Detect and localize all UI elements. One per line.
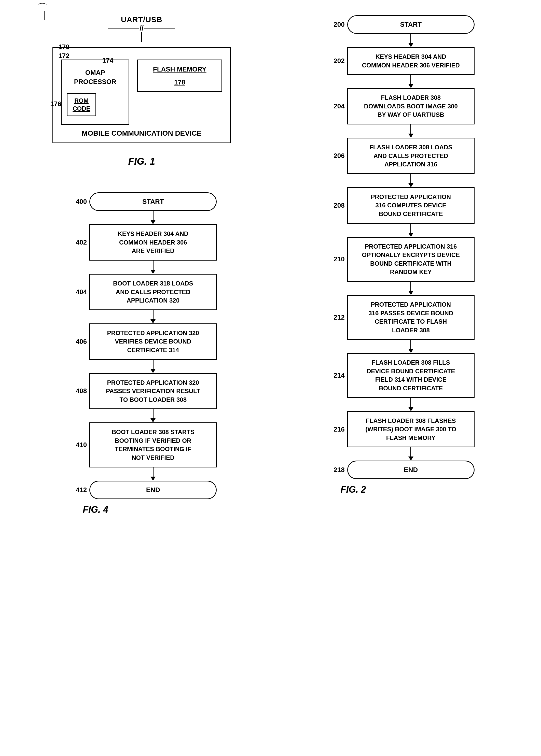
fig2-end-ref: 218 [333, 466, 344, 474]
fig4-box-4: BOOT LOADER 308 STARTS BOOTING IF VERIFI… [89, 422, 217, 467]
fig2-end-oval: END [347, 461, 475, 479]
fig4-box-2: PROTECTED APPLICATION 320 VERIFIES DEVIC… [89, 324, 217, 360]
fig2-ref-4: 210 [333, 255, 344, 263]
fig2-start-label: START [400, 21, 422, 28]
fig2-ref-7: 216 [333, 425, 344, 433]
fig2-box-3: PROTECTED APPLICATION 316 COMPUTES DEVIC… [347, 187, 475, 224]
device-box: 170 172 174 OMAP PROCESSOR 176 [52, 47, 231, 143]
fig4-end-ref: 412 [76, 486, 87, 494]
fig2-end-label: END [404, 466, 418, 474]
fig2-box-5: PROTECTED APPLICATION 316 PASSES DEVICE … [347, 295, 475, 340]
fig2-ref-0: 202 [333, 57, 344, 65]
fig4-ref-2: 406 [76, 338, 87, 345]
device-inner: 172 174 OMAP PROCESSOR 176 ROM CODE [61, 56, 222, 125]
fig4-end-oval: END [89, 481, 217, 499]
fig2-start-ref: 200 [333, 21, 344, 28]
fig2-box-7: FLASH LOADER 308 FLASHES (WRITES) BOOT I… [347, 411, 475, 448]
fig2-box-4: PROTECTED APPLICATION 316 OPTIONALLY ENC… [347, 237, 475, 282]
fig4-flowchart: 400 START 402 [20, 192, 263, 499]
flash-box: FLASH MEMORY 178 [137, 60, 222, 92]
device-bottom-label: MOBILE COMMUNICATION DEVICE [61, 129, 222, 137]
col-right: 200 START 202 KEYS HEADER 304 AND COMMON… [278, 15, 521, 515]
fig4-end-label: END [146, 486, 160, 494]
fig4-start-label: START [142, 198, 164, 205]
fig4-caption: FIG. 4 [83, 504, 108, 515]
rom-box: ROM CODE [67, 93, 96, 116]
fig2-ref-1: 204 [333, 102, 344, 110]
processor-ref-172: 172 [58, 52, 69, 60]
fig2-box-0: KEYS HEADER 304 AND COMMON HEADER 306 VE… [347, 47, 475, 75]
fig4-box-3: PROTECTED APPLICATION 320 PASSES VERIFIC… [89, 373, 217, 409]
antenna-stem: | [44, 10, 46, 20]
fig2-caption: FIG. 2 [340, 484, 366, 495]
fig4-section: 400 START 402 [20, 192, 263, 515]
fig2-ref-2: 206 [333, 152, 344, 159]
fig4-ref-1: 404 [76, 288, 87, 296]
rom-label: ROM CODE [73, 97, 90, 113]
page: UART/USB // 170 [0, 0, 541, 756]
fig1-caption: FIG. 1 [128, 156, 155, 167]
fig4-ref-0: 402 [76, 238, 87, 246]
processor-ref-174: 174 [102, 57, 113, 64]
fig2-ref-5: 212 [333, 314, 344, 321]
fig4-start-oval: START [89, 192, 217, 211]
device-num-ref: 170 [58, 43, 69, 51]
fig4-ref-4: 410 [76, 441, 87, 449]
fig4-start-ref: 400 [76, 198, 87, 205]
fig2-flowchart: 200 START 202 KEYS HEADER 304 AND COMMON… [278, 15, 521, 479]
col-left: UART/USB // 170 [20, 15, 263, 515]
fig4-box-1: BOOT LOADER 318 LOADS AND CALLS PROTECTE… [89, 274, 217, 310]
rom-ref: 176 [50, 100, 61, 108]
fig2-start-oval: START [347, 15, 475, 34]
main-layout: UART/USB // 170 [20, 15, 521, 515]
fig2-ref-3: 208 [333, 201, 344, 209]
arrow-0 [89, 211, 217, 224]
uart-label: UART/USB [121, 15, 163, 24]
flash-num: 178 [174, 78, 185, 86]
fig2-box-2: FLASH LOADER 308 LOADS AND CALLS PROTECT… [347, 138, 475, 174]
fig4-ref-3: 408 [76, 387, 87, 395]
flash-label: FLASH MEMORY [153, 65, 207, 73]
processor-name: OMAP PROCESSOR [67, 68, 124, 87]
fig4-box-0: KEYS HEADER 304 AND COMMON HEADER 306 AR… [89, 224, 217, 261]
fig2-box-1: FLASH LOADER 308 DOWNLOADS BOOT IMAGE 30… [347, 88, 475, 125]
processor-box: 174 OMAP PROCESSOR 176 ROM CODE [61, 60, 129, 125]
fig1-container: UART/USB // 170 [20, 15, 263, 167]
fig2-box-6: FLASH LOADER 308 FILLS DEVICE BOUND CERT… [347, 353, 475, 398]
fig2-ref-6: 214 [333, 372, 344, 379]
